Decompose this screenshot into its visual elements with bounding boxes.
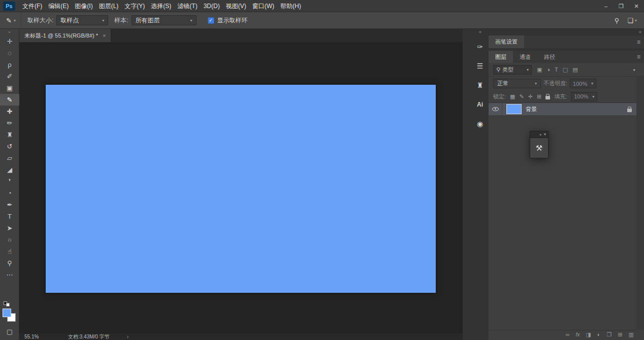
history-brush-tool[interactable]: ↺ — [0, 141, 19, 152]
libraries-panel-icon[interactable]: ◉ — [472, 116, 488, 131]
brush-tool[interactable]: ✏ — [0, 117, 19, 129]
pen-tool[interactable]: ✒ — [0, 199, 19, 211]
path-selection-tool[interactable]: ➤ — [0, 222, 19, 234]
photoshop-logo: Ps — [3, 2, 15, 11]
chevron-down-icon: ▾ — [635, 18, 637, 23]
filter-toggle-icon[interactable]: ● — [633, 67, 635, 72]
hand-tool[interactable]: ☝ — [0, 246, 19, 257]
delete-layer-icon[interactable]: ▥ — [629, 331, 634, 338]
clone-source-panel-icon[interactable]: ♜ — [472, 78, 488, 93]
tab-layers[interactable]: 图层 — [489, 51, 513, 63]
menu-3d[interactable]: 3D(D) — [201, 0, 223, 12]
sample-layers-select[interactable]: 所有图层 ▾ — [132, 15, 197, 25]
screen-mode-icon[interactable]: ▢ — [0, 326, 19, 336]
link-layers-icon[interactable]: ∞ — [566, 331, 570, 337]
layer-thumbnail[interactable] — [506, 104, 522, 114]
canvas-document[interactable] — [46, 85, 436, 293]
menu-edit[interactable]: 编辑(E) — [45, 0, 72, 12]
search-icon[interactable]: ⚲ — [615, 17, 620, 24]
new-adjustment-layer-icon[interactable]: ◐ — [597, 331, 601, 337]
document-tab[interactable]: 未标题-1 @ 55.1%(RGB/8#) * × — [19, 29, 111, 42]
layer-row-background[interactable]: 背景 — [489, 103, 636, 115]
canvas-area[interactable] — [19, 42, 463, 333]
layer-name: 背景 — [526, 106, 537, 113]
eyedropper-icon: ✎ — [6, 17, 12, 24]
move-tool[interactable]: ✛ — [0, 36, 19, 47]
brush-settings-panel-icon[interactable]: ✑ — [472, 39, 488, 54]
edit-toolbar-icon[interactable]: ⋯ — [0, 269, 19, 281]
dodge-tool[interactable]: ◔ — [0, 187, 19, 199]
current-tool-dropdown[interactable]: ✎ ▾ — [0, 12, 21, 28]
pixel-layers-filter-icon[interactable]: ▣ — [537, 66, 542, 73]
status-chevron-icon[interactable]: › — [127, 334, 128, 339]
zoom-level-field[interactable]: 55.1% — [24, 334, 65, 339]
blur-tool[interactable]: ❜ — [0, 176, 19, 187]
type-tool[interactable]: T — [0, 211, 19, 222]
collapse-icon-strip-icon[interactable]: « — [479, 29, 481, 35]
blend-mode-select[interactable]: 正常 ▾ — [493, 79, 541, 88]
adjustment-layers-filter-icon[interactable]: ◑ — [546, 66, 550, 73]
shape-tool[interactable]: ○ — [0, 234, 19, 246]
healing-brush-tool[interactable]: ✚ — [0, 106, 19, 117]
zoom-tool[interactable]: ⚲ — [0, 257, 19, 269]
lock-pixels-icon[interactable]: ✎ — [519, 93, 524, 100]
default-background-swatch — [6, 303, 10, 307]
default-colors-icon[interactable] — [4, 301, 11, 307]
sample-size-select[interactable]: 取样点 ▾ — [56, 15, 108, 25]
menu-window[interactable]: 窗口(W) — [249, 0, 277, 12]
crop-tool[interactable]: ▣ — [0, 82, 19, 94]
menu-file[interactable]: 文件(F) — [19, 0, 45, 12]
menu-select[interactable]: 选择(S) — [148, 0, 174, 12]
type-layers-filter-icon[interactable]: T — [555, 66, 558, 73]
new-layer-icon[interactable]: ⊞ — [618, 331, 622, 338]
menu-type[interactable]: 文字(Y) — [121, 0, 148, 12]
panel-menu-icon[interactable]: ≡ — [637, 39, 640, 46]
smart-object-filter-icon[interactable]: ▤ — [572, 66, 577, 73]
flyout-body[interactable]: ⚒ — [530, 138, 549, 158]
lasso-tool[interactable]: ρ — [0, 59, 19, 71]
toolbar-collapse-icon[interactable]: » — [0, 29, 19, 36]
minimize-button[interactable]: – — [598, 0, 614, 12]
tab-channels[interactable]: 通道 — [513, 51, 537, 63]
layers-panel-group: 图层 通道 路径 ≡ ⚲ 类型 ▾ ▣ ◑ T ▢ ▤ ● — [489, 51, 644, 340]
eyedropper-tool[interactable]: ✎ — [0, 94, 19, 106]
shape-layers-filter-icon[interactable]: ▢ — [563, 66, 568, 73]
opacity-field[interactable]: 100% ▾ — [570, 79, 596, 88]
ai-panel-icon[interactable]: Ai — [472, 97, 488, 112]
properties-panel-icon[interactable]: ☰ — [472, 58, 488, 74]
tab-close-icon[interactable]: × — [103, 32, 106, 39]
flyout-collapse-icon[interactable]: » — [539, 133, 541, 137]
fill-field[interactable]: 100% ▾ — [571, 92, 597, 101]
collapse-panels-icon[interactable]: « — [639, 29, 641, 35]
layers-scrollbar-gutter[interactable] — [636, 77, 644, 330]
layer-style-icon[interactable]: fx — [576, 332, 580, 337]
lock-artboard-icon[interactable]: ⊞ — [537, 93, 541, 100]
marquee-tool[interactable]: ◌ — [0, 47, 19, 59]
menu-filter[interactable]: 滤镜(T) — [174, 0, 200, 12]
layer-filter-type-select[interactable]: ⚲ 类型 ▾ — [493, 65, 532, 75]
opacity-label: 不透明度: — [543, 80, 567, 87]
eraser-tool[interactable]: ▱ — [0, 152, 19, 164]
tab-paths[interactable]: 路径 — [537, 51, 562, 63]
flyout-close-icon[interactable]: ✕ — [543, 132, 546, 137]
workspace-switcher[interactable]: ❏ ▾ — [627, 17, 637, 24]
panel-menu-icon[interactable]: ≡ — [637, 53, 640, 60]
menu-view[interactable]: 视图(V) — [223, 0, 249, 12]
lock-position-icon[interactable]: ✛ — [528, 93, 533, 100]
show-sampling-ring-checkbox[interactable]: ✓ — [208, 17, 214, 24]
close-button[interactable]: ✕ — [629, 0, 644, 12]
lock-transparency-icon[interactable]: ▦ — [510, 93, 515, 100]
layer-visibility-toggle[interactable] — [489, 103, 502, 115]
restore-button[interactable]: ❐ — [614, 0, 629, 12]
menu-layer[interactable]: 图层(L) — [96, 0, 122, 12]
add-layer-mask-icon[interactable]: ◨ — [586, 331, 591, 338]
clone-stamp-tool[interactable]: ♜ — [0, 129, 19, 141]
menu-image[interactable]: 图像(I) — [72, 0, 95, 12]
new-group-icon[interactable]: ❐ — [607, 331, 612, 338]
gradient-tool[interactable]: ◢ — [0, 164, 19, 176]
menu-help[interactable]: 帮助(H) — [277, 0, 304, 12]
foreground-color-swatch[interactable] — [3, 309, 11, 317]
lock-all-icon[interactable] — [545, 96, 550, 99]
quick-selection-tool[interactable]: ✐ — [0, 71, 19, 82]
tab-brush-settings[interactable]: 画笔设置 — [489, 36, 524, 48]
